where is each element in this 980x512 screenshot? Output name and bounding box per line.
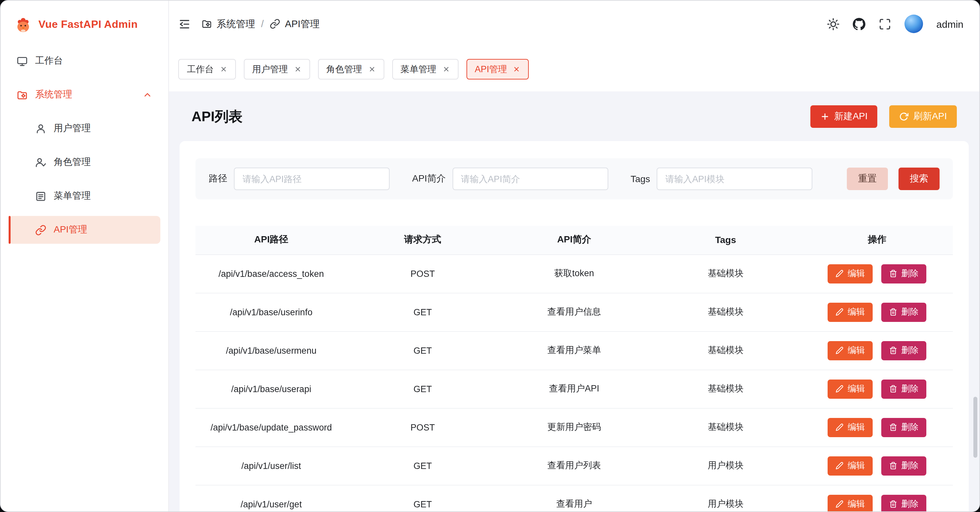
edit-button[interactable]: 编辑 [827, 418, 873, 437]
delete-button[interactable]: 删除 [881, 379, 926, 398]
page-actions: 新建API 刷新API [810, 105, 957, 127]
tags-filter-input[interactable] [657, 168, 812, 190]
sidebar-item-workbench[interactable]: 工作台 [9, 47, 160, 75]
api-actions-cell: 编辑 删除 [802, 447, 953, 485]
api-table: API路径 请求方式 API简介 Tags 操作 /api/v1/base/ac… [196, 226, 953, 511]
summary-filter-input[interactable] [452, 168, 608, 190]
edit-label: 编辑 [848, 421, 865, 433]
edit-label: 编辑 [848, 460, 865, 472]
sidebar-item-users[interactable]: 用户管理 [9, 114, 160, 142]
api-method-cell: GET [347, 331, 498, 370]
github-link[interactable] [853, 17, 865, 30]
table-row: /api/v1/base/userapi GET 查看用户API 基础模块 编辑… [196, 370, 953, 408]
tab-close-icon[interactable] [368, 65, 375, 73]
pencil-icon [835, 308, 843, 316]
edit-button[interactable]: 编辑 [827, 264, 873, 283]
edit-button[interactable]: 编辑 [827, 379, 873, 398]
tab-close-icon[interactable] [294, 65, 301, 73]
page-content: API列表 新建API 刷新API 路径 [169, 91, 979, 511]
chicken-logo-icon [14, 15, 32, 34]
api-actions-cell: 编辑 删除 [802, 485, 953, 511]
delete-button[interactable]: 删除 [881, 495, 926, 511]
page-head: API列表 新建API 刷新API [180, 91, 969, 141]
sidebar-item-label: 用户管理 [54, 122, 91, 134]
breadcrumb-api[interactable]: API管理 [270, 17, 320, 30]
tab[interactable]: 菜单管理 [392, 59, 458, 80]
screenshot-stage: Vue FastAPI Admin 工作台 系统管理 用户管理 [0, 0, 980, 512]
edit-label: 编辑 [848, 306, 865, 318]
sidebar-item-label: 工作台 [35, 55, 63, 67]
theme-toggle-button[interactable] [827, 17, 840, 30]
sidebar-item-menus[interactable]: 菜单管理 [9, 182, 160, 210]
trash-icon [889, 347, 897, 355]
user-avatar[interactable] [904, 14, 923, 33]
reset-button[interactable]: 重置 [847, 168, 888, 190]
sidebar-item-roles[interactable]: 角色管理 [9, 148, 160, 176]
delete-label: 删除 [901, 344, 918, 356]
trash-icon [889, 385, 897, 393]
api-tags-cell: 用户模块 [650, 447, 802, 485]
link-icon [35, 224, 46, 235]
breadcrumb: 系统管理 / API管理 [201, 17, 320, 30]
tab-close-icon[interactable] [513, 65, 520, 73]
pencil-icon [835, 347, 843, 355]
column-header-actions: 操作 [802, 226, 953, 254]
delete-button[interactable]: 删除 [881, 302, 926, 321]
edit-button[interactable]: 编辑 [827, 341, 873, 360]
api-actions-cell: 编辑 删除 [802, 293, 953, 331]
table-row: /api/v1/base/usermenu GET 查看用户菜单 基础模块 编辑… [196, 331, 953, 370]
tags-filter-label: Tags [630, 173, 650, 184]
edit-button[interactable]: 编辑 [827, 302, 873, 321]
edit-label: 编辑 [848, 498, 865, 510]
link-icon [270, 19, 280, 29]
breadcrumb-system[interactable]: 系统管理 [201, 17, 255, 30]
system-folder-gear-icon [17, 89, 28, 100]
tab[interactable]: API管理 [466, 59, 529, 80]
refresh-api-button[interactable]: 刷新API [889, 105, 957, 127]
menu-list-icon [35, 191, 46, 202]
tab-close-icon[interactable] [442, 65, 450, 73]
tab[interactable]: 用户管理 [243, 59, 310, 80]
tab[interactable]: 角色管理 [318, 59, 384, 80]
pencil-icon [835, 385, 843, 393]
fullscreen-button[interactable] [879, 17, 891, 30]
api-path-cell: /api/v1/base/access_token [196, 254, 347, 293]
api-path-cell: /api/v1/base/userinfo [196, 293, 347, 331]
delete-button[interactable]: 删除 [881, 341, 926, 360]
page-title: API列表 [191, 107, 242, 126]
fullscreen-icon [879, 17, 891, 30]
username: admin [936, 18, 963, 29]
tab-label: 工作台 [187, 63, 214, 75]
api-path-cell: /api/v1/base/userapi [196, 370, 347, 408]
sidebar-submenu: 用户管理 角色管理 菜单管理 API管理 [9, 114, 160, 244]
path-filter-input[interactable] [234, 168, 390, 190]
edit-button[interactable]: 编辑 [827, 495, 873, 511]
api-method-cell: GET [347, 447, 498, 485]
trash-icon [889, 462, 897, 470]
scrollbar-thumb[interactable] [974, 397, 977, 458]
tab-close-icon[interactable] [220, 65, 227, 73]
create-api-button[interactable]: 新建API [810, 105, 878, 127]
tab[interactable]: 工作台 [178, 59, 235, 80]
sun-icon [827, 17, 840, 30]
api-actions-cell: 编辑 删除 [802, 408, 953, 447]
edit-label: 编辑 [848, 267, 865, 280]
edit-label: 编辑 [848, 344, 865, 356]
edit-button[interactable]: 编辑 [827, 456, 873, 475]
sidebar-item-system[interactable]: 系统管理 [9, 81, 160, 109]
sidebar-item-api[interactable]: API管理 [9, 216, 160, 244]
search-button[interactable]: 搜索 [899, 168, 940, 190]
api-summary-cell: 查看用户 [498, 485, 650, 511]
api-method-cell: POST [347, 408, 498, 447]
api-path-cell: /api/v1/base/usermenu [196, 331, 347, 370]
delete-button[interactable]: 删除 [881, 264, 926, 283]
delete-button[interactable]: 删除 [881, 418, 926, 437]
api-tags-cell: 基础模块 [650, 254, 802, 293]
system-folder-gear-icon [201, 19, 212, 29]
plus-icon [820, 111, 830, 121]
sidebar-collapse-button[interactable] [178, 17, 191, 30]
tab-label: 菜单管理 [401, 63, 436, 75]
api-summary-cell: 获取token [498, 254, 650, 293]
delete-button[interactable]: 删除 [881, 456, 926, 475]
api-path-cell: /api/v1/base/update_password [196, 408, 347, 447]
